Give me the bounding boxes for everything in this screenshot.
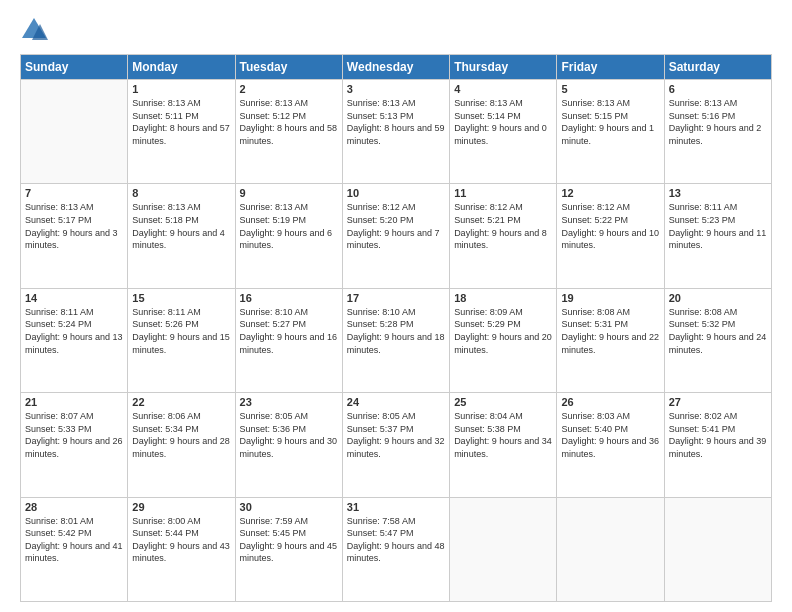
day-number: 31 bbox=[347, 501, 445, 513]
day-number: 28 bbox=[25, 501, 123, 513]
cell-info: Sunrise: 7:59 AMSunset: 5:45 PMDaylight:… bbox=[240, 515, 338, 565]
day-number: 8 bbox=[132, 187, 230, 199]
calendar-week-2: 7Sunrise: 8:13 AMSunset: 5:17 PMDaylight… bbox=[21, 184, 772, 288]
col-header-saturday: Saturday bbox=[664, 55, 771, 80]
calendar-cell: 28Sunrise: 8:01 AMSunset: 5:42 PMDayligh… bbox=[21, 497, 128, 601]
calendar-cell: 9Sunrise: 8:13 AMSunset: 5:19 PMDaylight… bbox=[235, 184, 342, 288]
day-number: 25 bbox=[454, 396, 552, 408]
day-number: 7 bbox=[25, 187, 123, 199]
calendar-cell: 30Sunrise: 7:59 AMSunset: 5:45 PMDayligh… bbox=[235, 497, 342, 601]
day-number: 14 bbox=[25, 292, 123, 304]
calendar-cell: 5Sunrise: 8:13 AMSunset: 5:15 PMDaylight… bbox=[557, 80, 664, 184]
day-number: 1 bbox=[132, 83, 230, 95]
cell-info: Sunrise: 8:07 AMSunset: 5:33 PMDaylight:… bbox=[25, 410, 123, 460]
day-number: 23 bbox=[240, 396, 338, 408]
calendar-cell: 16Sunrise: 8:10 AMSunset: 5:27 PMDayligh… bbox=[235, 288, 342, 392]
calendar-week-3: 14Sunrise: 8:11 AMSunset: 5:24 PMDayligh… bbox=[21, 288, 772, 392]
calendar-cell: 12Sunrise: 8:12 AMSunset: 5:22 PMDayligh… bbox=[557, 184, 664, 288]
day-number: 30 bbox=[240, 501, 338, 513]
cell-info: Sunrise: 8:13 AMSunset: 5:16 PMDaylight:… bbox=[669, 97, 767, 147]
cell-info: Sunrise: 8:02 AMSunset: 5:41 PMDaylight:… bbox=[669, 410, 767, 460]
calendar-header-row: SundayMondayTuesdayWednesdayThursdayFrid… bbox=[21, 55, 772, 80]
col-header-thursday: Thursday bbox=[450, 55, 557, 80]
cell-info: Sunrise: 8:12 AMSunset: 5:20 PMDaylight:… bbox=[347, 201, 445, 251]
calendar-cell: 3Sunrise: 8:13 AMSunset: 5:13 PMDaylight… bbox=[342, 80, 449, 184]
calendar-cell: 11Sunrise: 8:12 AMSunset: 5:21 PMDayligh… bbox=[450, 184, 557, 288]
calendar-week-1: 1Sunrise: 8:13 AMSunset: 5:11 PMDaylight… bbox=[21, 80, 772, 184]
page: SundayMondayTuesdayWednesdayThursdayFrid… bbox=[0, 0, 792, 612]
calendar-cell: 27Sunrise: 8:02 AMSunset: 5:41 PMDayligh… bbox=[664, 393, 771, 497]
calendar-cell: 18Sunrise: 8:09 AMSunset: 5:29 PMDayligh… bbox=[450, 288, 557, 392]
cell-info: Sunrise: 8:13 AMSunset: 5:14 PMDaylight:… bbox=[454, 97, 552, 147]
calendar-week-4: 21Sunrise: 8:07 AMSunset: 5:33 PMDayligh… bbox=[21, 393, 772, 497]
calendar-cell: 19Sunrise: 8:08 AMSunset: 5:31 PMDayligh… bbox=[557, 288, 664, 392]
cell-info: Sunrise: 8:01 AMSunset: 5:42 PMDaylight:… bbox=[25, 515, 123, 565]
cell-info: Sunrise: 8:11 AMSunset: 5:23 PMDaylight:… bbox=[669, 201, 767, 251]
cell-info: Sunrise: 8:04 AMSunset: 5:38 PMDaylight:… bbox=[454, 410, 552, 460]
day-number: 13 bbox=[669, 187, 767, 199]
col-header-sunday: Sunday bbox=[21, 55, 128, 80]
col-header-tuesday: Tuesday bbox=[235, 55, 342, 80]
calendar-cell: 8Sunrise: 8:13 AMSunset: 5:18 PMDaylight… bbox=[128, 184, 235, 288]
header bbox=[20, 16, 772, 44]
cell-info: Sunrise: 8:13 AMSunset: 5:12 PMDaylight:… bbox=[240, 97, 338, 147]
calendar-cell: 1Sunrise: 8:13 AMSunset: 5:11 PMDaylight… bbox=[128, 80, 235, 184]
calendar-cell bbox=[450, 497, 557, 601]
calendar-cell: 21Sunrise: 8:07 AMSunset: 5:33 PMDayligh… bbox=[21, 393, 128, 497]
col-header-monday: Monday bbox=[128, 55, 235, 80]
calendar-cell: 29Sunrise: 8:00 AMSunset: 5:44 PMDayligh… bbox=[128, 497, 235, 601]
day-number: 10 bbox=[347, 187, 445, 199]
day-number: 16 bbox=[240, 292, 338, 304]
day-number: 29 bbox=[132, 501, 230, 513]
cell-info: Sunrise: 8:13 AMSunset: 5:18 PMDaylight:… bbox=[132, 201, 230, 251]
cell-info: Sunrise: 8:11 AMSunset: 5:24 PMDaylight:… bbox=[25, 306, 123, 356]
calendar-cell bbox=[557, 497, 664, 601]
day-number: 12 bbox=[561, 187, 659, 199]
day-number: 4 bbox=[454, 83, 552, 95]
cell-info: Sunrise: 8:06 AMSunset: 5:34 PMDaylight:… bbox=[132, 410, 230, 460]
cell-info: Sunrise: 8:08 AMSunset: 5:32 PMDaylight:… bbox=[669, 306, 767, 356]
calendar-table: SundayMondayTuesdayWednesdayThursdayFrid… bbox=[20, 54, 772, 602]
day-number: 21 bbox=[25, 396, 123, 408]
cell-info: Sunrise: 8:12 AMSunset: 5:22 PMDaylight:… bbox=[561, 201, 659, 251]
calendar-cell bbox=[664, 497, 771, 601]
day-number: 2 bbox=[240, 83, 338, 95]
cell-info: Sunrise: 8:05 AMSunset: 5:37 PMDaylight:… bbox=[347, 410, 445, 460]
calendar-cell: 15Sunrise: 8:11 AMSunset: 5:26 PMDayligh… bbox=[128, 288, 235, 392]
cell-info: Sunrise: 8:09 AMSunset: 5:29 PMDaylight:… bbox=[454, 306, 552, 356]
day-number: 20 bbox=[669, 292, 767, 304]
cell-info: Sunrise: 8:11 AMSunset: 5:26 PMDaylight:… bbox=[132, 306, 230, 356]
cell-info: Sunrise: 8:05 AMSunset: 5:36 PMDaylight:… bbox=[240, 410, 338, 460]
cell-info: Sunrise: 8:13 AMSunset: 5:15 PMDaylight:… bbox=[561, 97, 659, 147]
calendar-cell: 6Sunrise: 8:13 AMSunset: 5:16 PMDaylight… bbox=[664, 80, 771, 184]
calendar-cell: 20Sunrise: 8:08 AMSunset: 5:32 PMDayligh… bbox=[664, 288, 771, 392]
calendar-cell: 17Sunrise: 8:10 AMSunset: 5:28 PMDayligh… bbox=[342, 288, 449, 392]
calendar-cell bbox=[21, 80, 128, 184]
day-number: 3 bbox=[347, 83, 445, 95]
cell-info: Sunrise: 8:10 AMSunset: 5:28 PMDaylight:… bbox=[347, 306, 445, 356]
cell-info: Sunrise: 8:10 AMSunset: 5:27 PMDaylight:… bbox=[240, 306, 338, 356]
day-number: 24 bbox=[347, 396, 445, 408]
calendar-week-5: 28Sunrise: 8:01 AMSunset: 5:42 PMDayligh… bbox=[21, 497, 772, 601]
day-number: 15 bbox=[132, 292, 230, 304]
day-number: 26 bbox=[561, 396, 659, 408]
day-number: 17 bbox=[347, 292, 445, 304]
day-number: 9 bbox=[240, 187, 338, 199]
calendar-cell: 22Sunrise: 8:06 AMSunset: 5:34 PMDayligh… bbox=[128, 393, 235, 497]
day-number: 22 bbox=[132, 396, 230, 408]
day-number: 5 bbox=[561, 83, 659, 95]
day-number: 18 bbox=[454, 292, 552, 304]
calendar-body: 1Sunrise: 8:13 AMSunset: 5:11 PMDaylight… bbox=[21, 80, 772, 602]
calendar-cell: 2Sunrise: 8:13 AMSunset: 5:12 PMDaylight… bbox=[235, 80, 342, 184]
cell-info: Sunrise: 8:13 AMSunset: 5:17 PMDaylight:… bbox=[25, 201, 123, 251]
cell-info: Sunrise: 7:58 AMSunset: 5:47 PMDaylight:… bbox=[347, 515, 445, 565]
day-number: 27 bbox=[669, 396, 767, 408]
calendar-cell: 14Sunrise: 8:11 AMSunset: 5:24 PMDayligh… bbox=[21, 288, 128, 392]
calendar-cell: 7Sunrise: 8:13 AMSunset: 5:17 PMDaylight… bbox=[21, 184, 128, 288]
calendar-cell: 13Sunrise: 8:11 AMSunset: 5:23 PMDayligh… bbox=[664, 184, 771, 288]
cell-info: Sunrise: 8:13 AMSunset: 5:11 PMDaylight:… bbox=[132, 97, 230, 147]
calendar-cell: 26Sunrise: 8:03 AMSunset: 5:40 PMDayligh… bbox=[557, 393, 664, 497]
cell-info: Sunrise: 8:13 AMSunset: 5:13 PMDaylight:… bbox=[347, 97, 445, 147]
cell-info: Sunrise: 8:00 AMSunset: 5:44 PMDaylight:… bbox=[132, 515, 230, 565]
cell-info: Sunrise: 8:08 AMSunset: 5:31 PMDaylight:… bbox=[561, 306, 659, 356]
